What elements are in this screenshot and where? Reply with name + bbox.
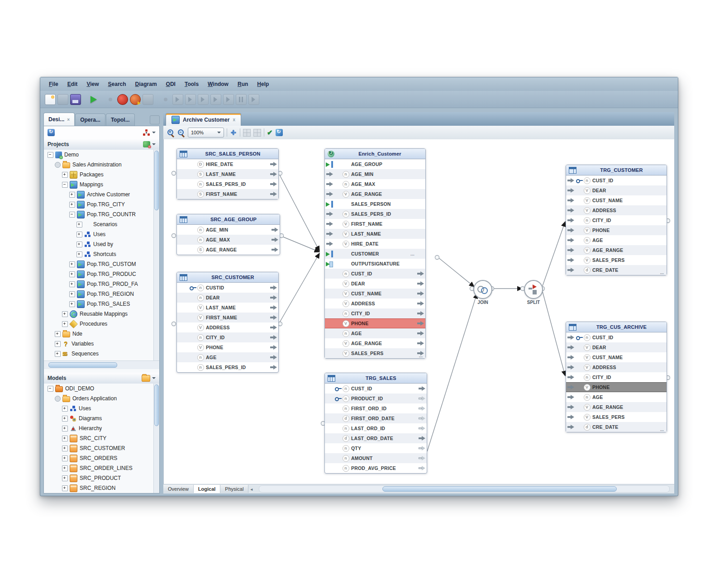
expand-icon[interactable] (62, 406, 68, 412)
column-row-product_id[interactable]: nPRODUCT_ID (325, 394, 427, 403)
tree-item-sequences[interactable]: Sequences (44, 349, 159, 359)
show-grid-icon[interactable] (243, 129, 251, 137)
column-row-last_ord_date[interactable]: dLAST_ORD_DATE (325, 433, 427, 443)
zoom-out-icon[interactable]: − (177, 129, 185, 137)
expand-icon[interactable] (62, 485, 68, 491)
tab-list-button[interactable] (150, 115, 160, 124)
collapse-icon[interactable] (69, 212, 75, 218)
tree-item-sales-administration[interactable]: Sales Administration (44, 160, 159, 170)
tree-item-reusable-mappings[interactable]: Reusable Mappings (44, 309, 159, 319)
trg-customer-table-header[interactable]: TRG_CUSTOMER (566, 165, 667, 175)
expand-icon[interactable] (55, 331, 61, 337)
column-row-qty[interactable]: nQTY (325, 443, 427, 453)
column-row-age_range[interactable]: VAGE_RANGE (566, 245, 667, 255)
src-age-group-table[interactable]: SRC_AGE_GROUPnAGE_MINnAGE_MAXSAGE_RANGE (176, 214, 280, 255)
snap-grid-icon[interactable] (253, 129, 261, 137)
expand-icon[interactable] (62, 416, 68, 422)
tree-item-scenarios[interactable]: Scenarios (44, 219, 159, 229)
tree-item-nde[interactable]: Nde (44, 329, 159, 339)
menu-odi[interactable]: ODI (162, 80, 180, 89)
menu-window[interactable]: Window (204, 80, 233, 89)
column-row-city_id[interactable]: nCITY_ID (177, 332, 278, 342)
collapse-icon[interactable] (62, 182, 68, 188)
tree-item-variables[interactable]: Variables (44, 339, 159, 349)
expand-icon[interactable] (62, 172, 68, 178)
debug-button[interactable] (117, 94, 128, 105)
tree-item-demo[interactable]: Demo (44, 150, 159, 160)
column-row-last_name[interactable]: VLAST_NAME (177, 303, 278, 313)
hierarchy-view-icon[interactable] (142, 129, 150, 136)
column-row-city_id[interactable]: nCITY_ID (566, 215, 667, 225)
tree-item-pop-trg-sales[interactable]: Pop.TRG_SALES (44, 299, 159, 309)
projects-vertical-scrollbar[interactable] (153, 150, 159, 360)
chevron-down-icon[interactable] (152, 132, 156, 133)
column-row-dear[interactable]: VDEAR (325, 279, 425, 289)
new-model-folder-icon[interactable] (142, 375, 150, 382)
menu-diagram[interactable]: Diagram (131, 80, 161, 89)
expand-icon[interactable] (62, 311, 68, 317)
expand-icon[interactable] (69, 202, 75, 208)
auto-layout-icon[interactable] (276, 129, 283, 136)
column-row-last_name[interactable]: SLAST_NAME (177, 169, 278, 179)
src-age-group-table-header[interactable]: SRC_AGE_GROUP (177, 214, 280, 225)
tree-item-uses[interactable]: Uses (44, 403, 159, 413)
column-row-age_range[interactable]: VAGE_RANGE (566, 402, 667, 412)
close-icon[interactable]: × (67, 117, 70, 122)
column-row-custid[interactable]: nCUSTID (177, 283, 278, 293)
column-row-hire_date[interactable]: VHIRE_DATE (325, 239, 425, 249)
tree-item-used-by[interactable]: Used by (44, 239, 159, 249)
tree-item-odi-demo[interactable]: ODI_DEMO (44, 384, 159, 394)
column-row-cust_name[interactable]: VCUST_NAME (566, 195, 667, 205)
column-row-phone[interactable]: VPHONE (566, 382, 667, 392)
column-row-cre_date[interactable]: dCRE_DATE (566, 265, 667, 275)
column-row-age_max[interactable]: nAGE_MAX (325, 179, 425, 189)
expand-icon[interactable] (55, 351, 61, 357)
column-row-first_ord_date[interactable]: dFIRST_ORD_DATE (325, 413, 427, 423)
run-to-cursor-button[interactable] (223, 94, 234, 105)
canvas-horizontal-scrollbar[interactable] (259, 485, 670, 493)
column-row-address[interactable]: VADDRESS (566, 205, 667, 215)
tree-item-packages[interactable]: Packages (44, 170, 159, 180)
src-customer-table-header[interactable]: SRC_CUSTOMER (177, 272, 278, 283)
src-customer-table[interactable]: SRC_CUSTOMERnCUSTIDnDEARVLAST_NAMEVFIRST… (176, 272, 279, 373)
menu-tools[interactable]: Tools (181, 80, 203, 89)
collapse-icon[interactable] (48, 152, 53, 158)
column-row-cust_id[interactable]: nCUST_ID (566, 332, 667, 342)
expand-icon[interactable] (62, 446, 68, 451)
expand-icon[interactable] (76, 222, 82, 228)
enrich-customer-component[interactable]: Enrich_CustomerAGE_GROUPnAGE_MINnAGE_MAX… (324, 148, 426, 359)
column-row-city_id[interactable]: nCITY_ID (325, 308, 425, 318)
fit-to-window-icon[interactable] (230, 129, 237, 136)
tree-item-shortcuts[interactable]: Shortcuts (44, 249, 159, 259)
view-tab-logical[interactable]: Logical (194, 485, 221, 493)
column-row-sales_pers[interactable]: VSALES_PERS (566, 255, 667, 265)
expand-icon[interactable] (55, 341, 61, 347)
projects-horizontal-scrollbar[interactable] (44, 360, 159, 369)
join-node[interactable]: JOIN (473, 280, 492, 299)
tab-topol[interactable]: Topol... (106, 114, 135, 126)
collapse-icon[interactable] (48, 386, 53, 392)
column-row-dear[interactable]: VDEAR (566, 342, 667, 352)
expand-icon[interactable] (69, 281, 75, 287)
step-into-button[interactable] (185, 94, 196, 105)
column-row-sales_person[interactable]: SALES_PERSON (325, 199, 425, 209)
expand-icon[interactable] (76, 251, 82, 257)
src-sales-person-table-header[interactable]: SRC_SALES_PERSON (177, 149, 278, 159)
close-icon[interactable]: x (233, 117, 235, 122)
column-row-last_name[interactable]: VLAST_NAME (325, 229, 425, 239)
column-row-outputsignature[interactable]: OUTPUTSIGNATURE (325, 259, 425, 269)
chevron-down-icon[interactable] (152, 377, 156, 379)
expand-icon[interactable] (62, 465, 68, 471)
trg-sales-table-header[interactable]: TRG_SALES (325, 373, 427, 384)
tree-item-pop-trg-custom[interactable]: Pop.TRG_CUSTOM (44, 259, 159, 269)
step-return-button[interactable] (210, 94, 221, 105)
tree-item-pop-trg-countr[interactable]: Pop.TRG_COUNTR (44, 209, 159, 219)
column-row-last_ord_id[interactable]: nLAST_ORD_ID (325, 423, 427, 433)
expand-icon[interactable] (76, 242, 82, 247)
trg-cus-archive-table-header[interactable]: TRG_CUS_ARCHIVE (566, 322, 667, 332)
new-button[interactable] (45, 94, 56, 105)
node-marker-icon[interactable] (55, 162, 61, 168)
tree-item-uses[interactable]: Uses (44, 229, 159, 239)
column-row-cust_id[interactable]: nCUST_ID (566, 175, 667, 185)
tree-item-src-product[interactable]: SRC_PRODUCT (44, 473, 159, 483)
